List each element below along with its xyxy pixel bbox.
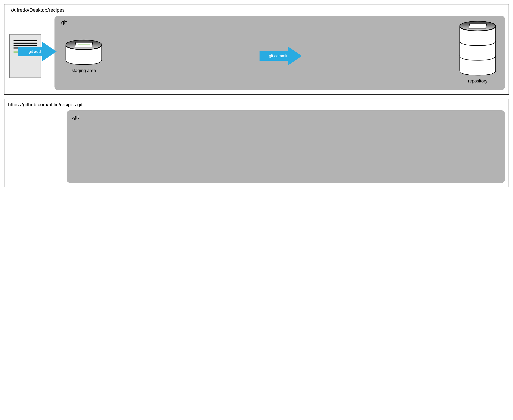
staging-caption: staging area — [71, 68, 96, 73]
git-folder-label: .git — [60, 19, 501, 26]
local-row: .git git add — [8, 16, 505, 90]
repository-cylinder-icon — [459, 20, 497, 76]
git-area-remote: .git — [67, 110, 505, 183]
git-commit-label: git commit — [269, 54, 292, 58]
remote-url-title: https://github.com/alflin/recipes.git — [8, 102, 505, 107]
git-area-content: staging area git commit — [59, 26, 501, 86]
git-folder-label-remote: .git — [72, 114, 501, 120]
git-commit-arrow: git commit — [260, 46, 302, 66]
repository: repository — [459, 28, 497, 84]
local-repo-panel: ~/Alfredo/Desktop/recipes .git git add — [4, 4, 509, 95]
remote-repo-panel: https://github.com/alflin/recipes.git .g… — [4, 99, 509, 187]
git-add-label: git add — [29, 49, 46, 54]
git-add-arrow: git add — [18, 42, 56, 61]
local-path-title: ~/Alfredo/Desktop/recipes — [8, 7, 505, 13]
staging-cylinder-icon — [65, 39, 103, 66]
staging-area: staging area — [65, 39, 103, 73]
git-area-local: .git git add — [54, 16, 505, 90]
repository-caption: repository — [468, 78, 488, 84]
